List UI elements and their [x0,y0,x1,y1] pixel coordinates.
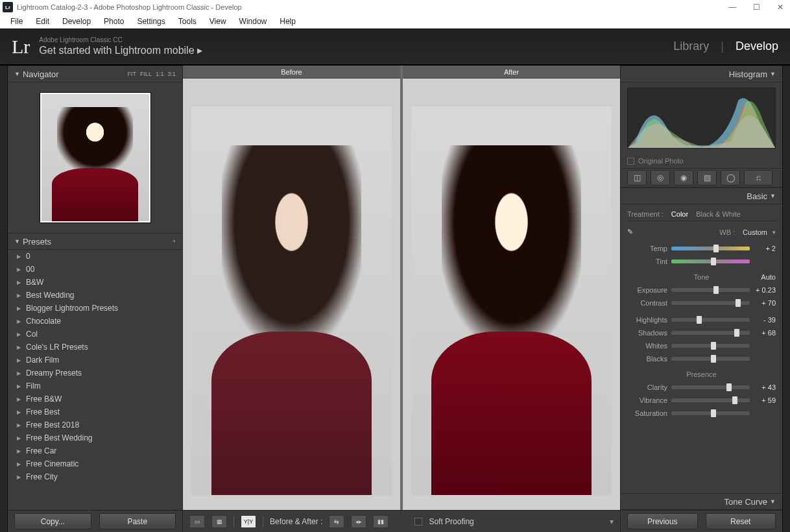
menu-tools[interactable]: Tools [172,16,203,27]
preset-folder[interactable]: ▶B&W [8,276,182,289]
right-edge-collapse[interactable] [782,66,790,532]
menu-photo[interactable]: Photo [97,16,130,27]
eyedropper-icon[interactable]: ✎ [627,228,636,237]
swap-button[interactable]: ⇆ [329,515,344,528]
spot-tool-button[interactable]: ◎ [651,170,670,186]
preset-folder[interactable]: ▶Col [8,328,182,341]
menu-edit[interactable]: Edit [29,16,56,27]
menu-file[interactable]: File [4,16,29,27]
wb-dropdown-icon[interactable]: ▾ [772,229,776,236]
slider-contrast[interactable]: Contrast+ 70 [627,296,776,309]
slider-track[interactable] [671,301,750,305]
slider-temp[interactable]: Temp+ 2 [627,242,776,255]
slider-vibrance[interactable]: Vibrance+ 59 [627,394,776,407]
branding-title[interactable]: Get started with Lightroom mobile ▸ [39,44,202,56]
copy-before-button[interactable]: ◂▸ [351,515,366,528]
navigator-header[interactable]: ▼ Navigator FIT FILL 1:1 3:1 [8,66,182,82]
navigator-preview[interactable] [8,82,182,233]
slider-value[interactable]: + 59 [754,396,776,404]
slider-value[interactable]: + 0.23 [754,286,776,294]
slider-knob[interactable] [713,286,719,294]
slider-value[interactable]: - 39 [754,316,776,324]
menu-window[interactable]: Window [233,16,274,27]
slider-knob[interactable] [734,329,739,337]
histogram-header[interactable]: Histogram ▼ [621,66,782,82]
presets-add-button[interactable]: + [173,238,176,245]
slider-tint[interactable]: Tint [627,255,776,268]
slider-track[interactable] [671,398,750,402]
menu-develop[interactable]: Develop [56,16,97,27]
slider-track[interactable] [671,260,750,263]
slider-track[interactable] [671,288,750,292]
preset-folder[interactable]: ▶0 [8,250,182,263]
window-close-button[interactable]: ✕ [773,3,787,12]
module-develop[interactable]: Develop [736,40,778,53]
before-view[interactable]: Before [183,66,400,510]
histogram-view[interactable] [621,82,782,154]
presets-header[interactable]: ▼ Presets + [8,233,182,250]
preset-folder[interactable]: ▶Chocolate [8,315,182,328]
slider-value[interactable]: + 70 [754,299,776,307]
slider-value[interactable]: + 68 [754,329,776,337]
toolbar-menu-icon[interactable]: ▾ [610,517,614,526]
grad-filter-button[interactable]: ▤ [697,170,717,186]
preset-folder[interactable]: ▶00 [8,263,182,276]
slider-highlights[interactable]: Highlights- 39 [627,313,776,326]
slider-track[interactable] [671,385,750,389]
after-view[interactable]: After [403,66,620,510]
nav-zoom-custom[interactable]: 3:1 [167,71,176,77]
slider-knob[interactable] [711,355,716,363]
treatment-bw[interactable]: Black & White [696,210,740,218]
slider-value[interactable]: + 43 [754,383,776,391]
copy-button[interactable]: Copy... [14,513,91,529]
original-photo-toggle[interactable]: Original Photo [621,154,782,168]
copy-after-button[interactable]: ▮▮ [373,515,389,528]
menu-view[interactable]: View [203,16,233,27]
slider-track[interactable] [671,344,750,348]
previous-button[interactable]: Previous [627,513,698,529]
slider-knob[interactable] [697,316,702,324]
left-edge-collapse[interactable] [0,66,8,532]
slider-knob[interactable] [732,396,737,404]
slider-knob[interactable] [711,409,716,417]
tone-curve-header[interactable]: Tone Curve ▼ [621,493,782,510]
auto-tone-button[interactable]: Auto [761,273,776,281]
slider-blacks[interactable]: Blacks [627,352,776,365]
menu-help[interactable]: Help [273,16,302,27]
slider-value[interactable]: + 2 [754,245,776,252]
redeye-tool-button[interactable]: ◉ [674,170,693,186]
radial-filter-button[interactable]: ◯ [721,170,740,186]
brush-tool-button[interactable]: ⎌ [744,170,772,186]
slider-knob[interactable] [711,342,716,350]
preset-folder[interactable]: ▶Best Wedding [8,289,182,302]
treatment-color[interactable]: Color [671,210,688,218]
nav-zoom-1to1[interactable]: 1:1 [156,71,164,77]
reset-button[interactable]: Reset [706,513,776,529]
preset-folder[interactable]: ▶Free Best 2018 [8,418,182,431]
preset-folder[interactable]: ▶Free Car [8,444,182,457]
slider-shadows[interactable]: Shadows+ 68 [627,326,776,339]
slider-saturation[interactable]: Saturation [627,407,776,420]
slider-knob[interactable] [713,245,719,252]
preset-folder[interactable]: ▶Free Best [8,405,182,418]
slider-track[interactable] [671,357,750,361]
preset-folder[interactable]: ▶Dark Film [8,354,182,367]
slider-exposure[interactable]: Exposure+ 0.23 [627,284,776,296]
slider-track[interactable] [671,411,750,415]
slider-knob[interactable] [736,299,741,307]
preset-folder[interactable]: ▶Free City [8,470,182,483]
paste-button[interactable]: Paste [99,513,176,529]
wb-value[interactable]: Custom [743,228,767,236]
nav-zoom-fill[interactable]: FILL [140,71,152,77]
slider-track[interactable] [671,247,750,250]
crop-tool-button[interactable]: ◫ [627,170,647,186]
slider-knob[interactable] [711,258,716,265]
preset-folder[interactable]: ▶Free Cinematic [8,457,182,470]
loupe-grid-button[interactable]: ▦ [211,515,227,528]
basic-header[interactable]: Basic ▼ [621,187,782,204]
window-minimize-button[interactable]: — [724,3,740,12]
slider-track[interactable] [671,318,750,322]
window-maximize-button[interactable]: ☐ [749,3,764,12]
preset-folder[interactable]: ▶Blogger Lightroom Presets [8,302,182,315]
menu-settings[interactable]: Settings [130,16,171,27]
